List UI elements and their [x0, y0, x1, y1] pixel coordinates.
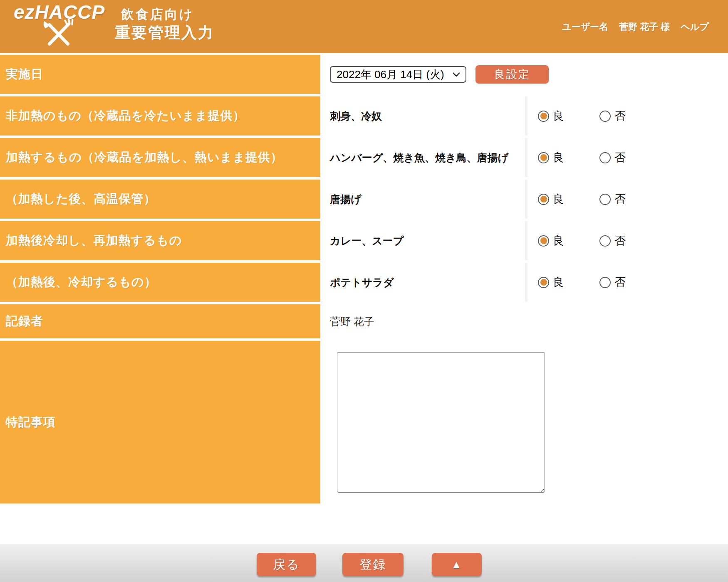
radio-good[interactable]: [538, 194, 549, 205]
check-row-items: カレー、スープ: [323, 221, 525, 260]
radio-good-label: 良: [553, 275, 564, 290]
user-name: 菅野 花子 様: [619, 21, 670, 33]
radio-bad[interactable]: [599, 235, 611, 247]
notes-textarea[interactable]: [337, 352, 545, 493]
radio-good-label: 良: [553, 109, 564, 123]
radio-good-group[interactable]: 良: [538, 233, 564, 248]
radio-bad-label: 否: [614, 150, 626, 165]
notes-row: 特記事項: [0, 341, 728, 503]
check-row-label: （加熱した後、高温保管）: [0, 180, 320, 219]
check-row-label: 非加熱のもの（冷蔵品を冷たいまま提供）: [0, 96, 320, 136]
user-label: ユーザー名: [562, 21, 608, 33]
radio-good-group[interactable]: 良: [538, 109, 564, 123]
radio-bad-group[interactable]: 否: [599, 233, 626, 248]
radio-bad-label: 否: [614, 109, 626, 123]
footer-bar: 戻る 登録 ▲: [0, 544, 728, 582]
recorder-row-label: 記録者: [0, 304, 320, 338]
notes-row-label: 特記事項: [0, 341, 320, 503]
date-select-value: 2022年 06月 14日 (火): [337, 67, 444, 82]
radio-bad[interactable]: [599, 152, 611, 163]
date-row-label: 実施日: [0, 55, 320, 94]
recorder-row: 記録者 菅野 花子: [0, 304, 728, 338]
recorder-name: 菅野 花子: [330, 315, 374, 328]
spacer: [0, 503, 728, 544]
check-row: 加熱するもの（冷蔵品を加熱し、熱いまま提供） ハンバーグ、焼き魚、焼き鳥、唐揚げ…: [0, 138, 728, 177]
check-row: （加熱後、冷却するもの） ポテトサラダ 良 否: [0, 263, 728, 302]
back-button[interactable]: 戻る: [257, 553, 316, 576]
check-row-items: ハンバーグ、焼き魚、焼き鳥、唐揚げ: [323, 138, 525, 177]
check-row-items: ポテトサラダ: [323, 263, 525, 302]
date-row: 実施日 2022年 06月 14日 (火) 良設定: [0, 55, 728, 94]
page-title: 重要管理入力: [115, 22, 215, 43]
radio-good-label: 良: [553, 192, 564, 207]
fork-knife-icon: [41, 19, 77, 50]
radio-bad-label: 否: [614, 192, 626, 207]
check-row: （加熱した後、高温保管） 唐揚げ 良 否: [0, 180, 728, 219]
radio-bad[interactable]: [599, 194, 611, 205]
radio-good-group[interactable]: 良: [538, 275, 564, 290]
radio-good-group[interactable]: 良: [538, 150, 564, 165]
app-subtitle: 飲食店向け: [121, 6, 194, 23]
check-row-label: 加熱するもの（冷蔵品を加熱し、熱いまま提供）: [0, 138, 320, 177]
date-select[interactable]: 2022年 06月 14日 (火): [330, 66, 466, 83]
radio-bad-label: 否: [614, 275, 626, 290]
entry-form: 実施日 2022年 06月 14日 (火) 良設定 非加熱のもの（冷蔵品を冷たい…: [0, 53, 728, 503]
radio-good-label: 良: [553, 150, 564, 165]
check-row-label: 加熱後冷却し、再加熱するもの: [0, 221, 320, 260]
radio-bad[interactable]: [599, 111, 611, 122]
check-row: 加熱後冷却し、再加熱するもの カレー、スープ 良 否: [0, 221, 728, 260]
radio-bad-label: 否: [614, 233, 626, 248]
check-row-items: 唐揚げ: [323, 180, 525, 219]
radio-bad-group[interactable]: 否: [599, 192, 626, 207]
chevron-down-icon: [452, 72, 461, 77]
radio-bad-group[interactable]: 否: [599, 150, 626, 165]
radio-good[interactable]: [538, 152, 549, 163]
radio-good-label: 良: [553, 233, 564, 248]
radio-bad-group[interactable]: 否: [599, 109, 626, 123]
radio-good[interactable]: [538, 235, 549, 247]
help-link[interactable]: ヘルプ: [681, 21, 709, 33]
radio-good[interactable]: [538, 111, 549, 122]
check-row-items: 刺身、冷奴: [323, 96, 525, 136]
submit-button[interactable]: 登録: [342, 553, 404, 576]
check-row: 非加熱のもの（冷蔵品を冷たいまま提供） 刺身、冷奴 良 否: [0, 96, 728, 136]
radio-good[interactable]: [538, 277, 549, 288]
scroll-to-top-button[interactable]: ▲: [432, 553, 482, 576]
radio-bad[interactable]: [599, 277, 611, 288]
radio-bad-group[interactable]: 否: [599, 275, 626, 290]
set-all-good-button[interactable]: 良設定: [475, 65, 549, 84]
radio-good-group[interactable]: 良: [538, 192, 564, 207]
app-header: ezHACCP 飲食店向け 重要管理入力 ユーザー名 菅野 花子 様 ヘルプ: [0, 0, 728, 53]
check-row-label: （加熱後、冷却するもの）: [0, 263, 320, 302]
